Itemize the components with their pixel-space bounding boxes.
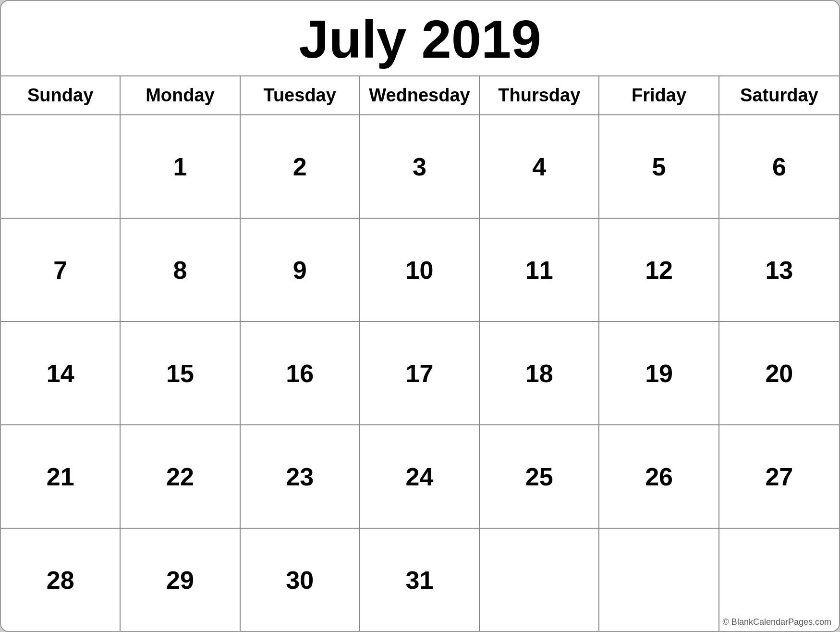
- day-header-thursday: Thursday: [480, 76, 599, 114]
- day-cell-2[interactable]: 2: [241, 115, 360, 218]
- day-cell-9[interactable]: 9: [241, 219, 360, 321]
- weeks-container: 1234567891011121314151617181920212223242…: [1, 115, 839, 631]
- day-header-tuesday: Tuesday: [241, 76, 360, 114]
- day-cell-11[interactable]: 11: [480, 219, 599, 321]
- day-cell-7[interactable]: 7: [1, 219, 121, 321]
- week-row-4: 21222324252627: [1, 425, 839, 529]
- day-cell-1[interactable]: 1: [121, 115, 240, 218]
- day-cell-16[interactable]: 16: [241, 322, 360, 424]
- calendar-grid: SundayMondayTuesdayWednesdayThursdayFrid…: [1, 76, 839, 631]
- calendar-container: July 2019 SundayMondayTuesdayWednesdayTh…: [0, 0, 840, 632]
- day-cell-10[interactable]: 10: [360, 219, 480, 321]
- day-cell-31[interactable]: 31: [360, 529, 480, 631]
- day-header-monday: Monday: [121, 76, 240, 114]
- day-cell-4[interactable]: 4: [480, 115, 599, 218]
- day-cell-20[interactable]: 20: [719, 322, 839, 424]
- week-row-3: 14151617181920: [1, 322, 839, 425]
- day-cell-26[interactable]: 26: [599, 425, 719, 528]
- day-cell-14[interactable]: 14: [1, 322, 121, 424]
- day-cell-19[interactable]: 19: [599, 322, 719, 424]
- day-cell-empty-0-0[interactable]: [1, 115, 121, 218]
- day-header-friday: Friday: [599, 76, 719, 114]
- week-row-5: 28293031: [1, 529, 839, 631]
- day-cell-22[interactable]: 22: [121, 425, 240, 528]
- day-cell-18[interactable]: 18: [480, 322, 599, 424]
- day-cell-21[interactable]: 21: [1, 425, 121, 528]
- day-cell-empty-4-4[interactable]: [480, 529, 599, 631]
- day-cell-17[interactable]: 17: [360, 322, 480, 424]
- day-cell-6[interactable]: 6: [719, 115, 839, 218]
- week-row-1: 123456: [1, 115, 839, 219]
- day-cell-28[interactable]: 28: [1, 529, 121, 631]
- day-cell-12[interactable]: 12: [599, 219, 719, 321]
- day-cell-29[interactable]: 29: [121, 529, 240, 631]
- day-header-sunday: Sunday: [1, 76, 121, 114]
- week-row-2: 78910111213: [1, 219, 839, 322]
- day-cell-25[interactable]: 25: [480, 425, 599, 528]
- day-cell-23[interactable]: 23: [241, 425, 360, 528]
- day-cell-empty-4-5[interactable]: [599, 529, 719, 631]
- calendar-title: July 2019: [1, 1, 839, 76]
- day-cell-15[interactable]: 15: [121, 322, 240, 424]
- day-header-saturday: Saturday: [719, 76, 839, 114]
- day-cell-13[interactable]: 13: [719, 219, 839, 321]
- watermark: © BlankCalendarPages.com: [723, 617, 831, 627]
- day-cell-27[interactable]: 27: [719, 425, 839, 528]
- day-header-wednesday: Wednesday: [360, 76, 480, 114]
- day-cell-3[interactable]: 3: [360, 115, 480, 218]
- day-cell-empty-4-6[interactable]: [719, 529, 839, 631]
- day-cell-30[interactable]: 30: [241, 529, 360, 631]
- day-headers-row: SundayMondayTuesdayWednesdayThursdayFrid…: [1, 76, 839, 115]
- day-cell-8[interactable]: 8: [121, 219, 240, 321]
- day-cell-24[interactable]: 24: [360, 425, 480, 528]
- day-cell-5[interactable]: 5: [599, 115, 719, 218]
